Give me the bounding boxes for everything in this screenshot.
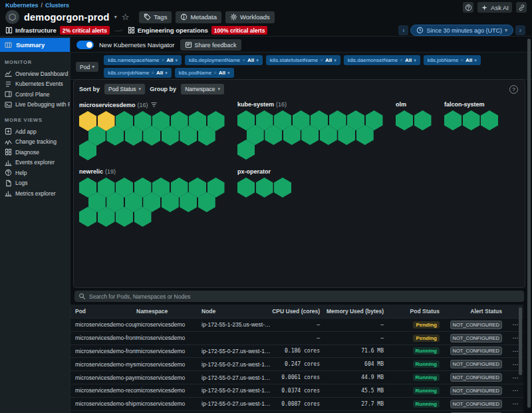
hex-group-microservicesdemo: microservicesdemo(16) — [79, 101, 231, 162]
pod-status-badge: Running — [413, 347, 440, 354]
pod-hex-running[interactable] — [414, 110, 432, 130]
filter-pill-k8s.cronjobName[interactable]: k8s.cronjobName=All — [104, 68, 172, 78]
cell-memory: 44.9 MB — [325, 374, 389, 380]
filter-pill-k8s.statefulsetName[interactable]: k8s.statefulsetName=All — [266, 55, 340, 65]
engineering-operations-label: Engineering operations — [138, 27, 208, 34]
breadcrumb-kubernetes[interactable]: Kubernetes — [5, 2, 39, 9]
cell-alert-status: NOT_CONFIGURED — [445, 321, 507, 329]
infrastructure-icon — [5, 27, 13, 34]
sort-by-value: Pod Status — [108, 86, 136, 92]
column-header-alert-status[interactable]: Alert Status — [445, 308, 507, 315]
entity-type-dropdown[interactable]: Pod — [76, 62, 98, 72]
pod-hex-running[interactable] — [256, 178, 273, 198]
column-header-pod-status[interactable]: Pod Status — [389, 308, 445, 315]
sidebar-item-summary[interactable]: Summary — [0, 38, 70, 52]
sidebar-item-logs[interactable]: Logs — [0, 178, 70, 189]
hex-group-title[interactable]: newrelic(19) — [79, 168, 231, 175]
column-header-memory-used-bytes-[interactable]: Memory Used (bytes) — [325, 308, 389, 315]
filter-key: k8s.podName — [179, 70, 211, 76]
filter-pill-k8s.jobName[interactable]: k8s.jobName=All — [424, 55, 481, 65]
column-header-namespace[interactable]: Namespace — [136, 308, 201, 315]
hex-group-title[interactable]: olm — [396, 101, 438, 108]
hex-group-title[interactable]: kube-system(16) — [237, 101, 389, 108]
sort-by-dropdown[interactable]: Pod Status — [104, 84, 145, 94]
pod-hex-running[interactable] — [463, 110, 480, 130]
metadata-button[interactable]: Metadata — [176, 11, 221, 23]
pod-hex-running[interactable] — [444, 110, 462, 130]
kubernetes-cluster-explorer: Kubernetes / Clusters Ask AI demogorgon-… — [0, 0, 532, 413]
filter-value: All — [325, 57, 332, 63]
cell-alert-status: NOT_CONFIGURED — [445, 346, 507, 355]
funnel-icon[interactable] — [150, 101, 158, 108]
hex-group-title[interactable]: px-operator — [237, 168, 298, 175]
time-back-button[interactable]: ‹ — [398, 25, 408, 35]
table-row[interactable]: microservicesdemo-shipp…microservicesdem… — [70, 398, 523, 411]
ask-ai-button[interactable]: Ask AI — [477, 2, 512, 13]
sidebar-item-control-plane[interactable]: Control Plane — [0, 89, 70, 100]
new-navigator-toggle[interactable] — [76, 41, 94, 49]
filter-pill-k8s.daemonsetName[interactable]: k8s.daemonsetName=All — [344, 55, 420, 65]
link-button[interactable] — [516, 2, 527, 13]
column-header-pod[interactable]: Pod — [75, 308, 136, 315]
sidebar-item-overview-dashboard[interactable]: Overview Dashboard — [0, 69, 70, 79]
pod-hex-running[interactable] — [237, 178, 255, 198]
alert-bar: Infrastructure 2% critical alerts —▫ Eng… — [5, 26, 267, 35]
sidebar-item-events-explorer[interactable]: Events explorer — [0, 158, 70, 168]
infrastructure-entity[interactable]: Infrastructure — [5, 27, 57, 34]
sidebar-item-add-app[interactable]: Add app — [0, 126, 70, 137]
sidebar-item-kubernetes-events[interactable]: Kubernetes Events — [0, 79, 70, 90]
hex-group-title[interactable]: falcon-system — [444, 101, 505, 108]
favorite-star-icon[interactable] — [122, 12, 130, 22]
sidebar-sections: MONITOROverview DashboardKubernetes Even… — [0, 59, 70, 199]
table-row[interactable]: microservicesdemo-front…microservicesdem… — [70, 332, 523, 345]
hex-groups: microservicesdemo(16)kube-system(16)olmf… — [79, 101, 519, 235]
pod-hex-running[interactable] — [274, 178, 291, 198]
row-actions-button[interactable] — [507, 400, 523, 407]
panel-help-icon[interactable] — [509, 85, 518, 94]
chevron-down-icon[interactable] — [114, 14, 117, 20]
group-by-dropdown[interactable]: Namespace — [181, 84, 224, 94]
hex-group-title[interactable]: microservicesdemo(16) — [79, 101, 231, 108]
filter-pill-k8s.podName[interactable]: k8s.podName=All — [175, 68, 234, 78]
column-header-node[interactable]: Node — [201, 308, 271, 315]
table-row[interactable]: microservicesdemo-mysq…microservicesdemo… — [70, 358, 523, 371]
row-actions-button[interactable] — [507, 387, 523, 394]
pod-hex-running[interactable] — [481, 110, 498, 130]
tags-button[interactable]: Tags — [139, 11, 172, 23]
table-row[interactable]: microservicesdemo-front…microservicesdem… — [70, 345, 523, 358]
table-row[interactable]: microservicesdemo-paym…microservicesdemo… — [70, 371, 523, 384]
hex-field — [396, 110, 438, 132]
title-row: demogorgon-prod Tags Metadata Workloads — [5, 10, 275, 24]
search-input[interactable]: Search for Pods, Namespaces or Nodes — [74, 291, 524, 302]
cell-namespace: microservicesdemo — [136, 348, 201, 354]
info-icon — [180, 13, 188, 21]
engineering-operations-entity[interactable]: Engineering operations — [128, 27, 208, 34]
sidebar-item-live-debugging-with-pixie[interactable]: Live Debugging with Pixie — [0, 100, 70, 110]
table-row[interactable]: microservicesdemo-…microservicesdemoip-1… — [70, 411, 523, 413]
table-row[interactable]: microservicesdemo-reco…microservicesdemo… — [70, 384, 523, 398]
share-feedback-button[interactable]: Share feedback — [180, 39, 241, 51]
infrastructure-critical-badge[interactable]: 2% critical alerts — [60, 26, 110, 35]
time-picker[interactable]: Since 30 minutes ago (UTC) — [410, 25, 513, 36]
diagnose-icon — [5, 148, 12, 156]
column-header-cpu-used-cores-[interactable]: CPU Used (cores) — [271, 308, 325, 315]
cell-node: ip-172-55-0-27.us-west-1… — [201, 400, 271, 407]
sidebar-item-diagnose[interactable]: Diagnose — [0, 147, 70, 158]
help-circle-icon[interactable] — [463, 2, 473, 13]
filter-pill-k8s.namespaceName[interactable]: k8s.namespaceName=All — [104, 55, 182, 65]
workloads-button[interactable]: Workloads — [225, 11, 275, 23]
filter-pill-k8s.deploymentName[interactable]: k8s.deploymentName=All — [185, 55, 263, 65]
table-scrollbar[interactable] — [519, 307, 522, 375]
sidebar-item-change-tracking[interactable]: Change tracking — [0, 137, 70, 148]
sort-by-label: Sort by — [79, 86, 100, 92]
pod-hex-running[interactable] — [396, 110, 413, 130]
sidebar-item-help[interactable]: Help — [0, 168, 70, 178]
engineering-critical-badge[interactable]: 100% critical alerts — [211, 26, 268, 35]
breadcrumb-clusters[interactable]: Clusters — [45, 2, 69, 9]
time-forward-button[interactable]: › — [515, 25, 525, 35]
page-scrollbar[interactable] — [527, 39, 531, 408]
row-actions-button[interactable] — [507, 374, 523, 381]
sidebar-item-metrics-explorer[interactable]: Metrics explorer — [0, 188, 70, 199]
alert-status-badge: NOT_CONFIGURED — [450, 321, 502, 329]
table-row[interactable]: microservicesdemo-coup…microservicesdemo… — [70, 319, 523, 332]
